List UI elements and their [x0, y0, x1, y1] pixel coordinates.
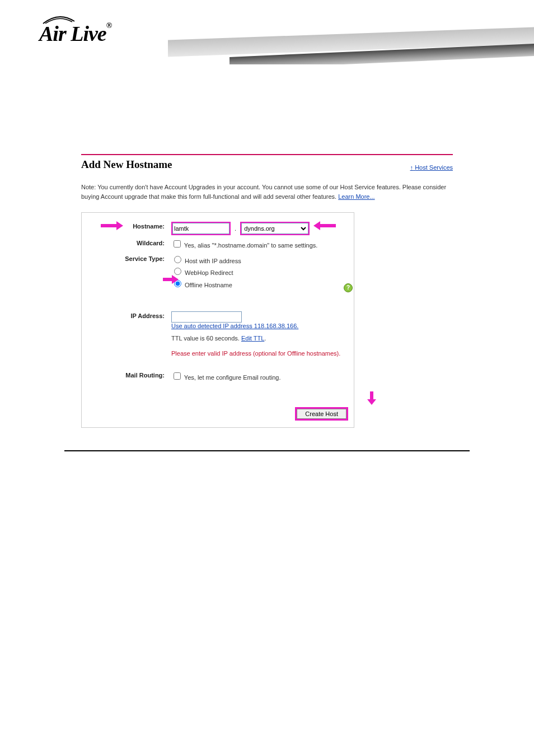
create-host-button[interactable]: Create Host	[297, 409, 346, 419]
edit-ttl-link[interactable]: Edit TTL	[241, 335, 264, 342]
hostname-label: Hostname:	[87, 222, 171, 230]
service-host-ip-text: Host with IP address	[185, 258, 241, 264]
ttl-suffix: .	[264, 335, 266, 342]
mail-routing-label: Mail Routing:	[87, 371, 171, 379]
host-services-link[interactable]: ↑ Host Services	[410, 164, 453, 171]
mail-routing-row: Mail Routing: Yes, let me configure Emai…	[87, 371, 348, 383]
footer-divider	[64, 450, 470, 451]
help-icon[interactable]: ?	[344, 283, 353, 292]
hostname-input[interactable]	[172, 223, 229, 234]
domain-select[interactable]: dyndns.org	[241, 223, 308, 234]
ip-warning-text: Please enter valid IP address (optional …	[171, 349, 348, 358]
mail-routing-checkbox[interactable]	[174, 372, 181, 380]
auto-ip-link[interactable]: Use auto detected IP address 118.168.38.…	[171, 323, 298, 329]
up-arrow-icon: ↑	[410, 164, 414, 171]
service-offline-text: Offline Hostname	[185, 282, 232, 288]
hostname-row: Hostname: . dyndns.org	[87, 222, 348, 235]
brand-logo: Air Live®	[39, 21, 111, 46]
wildcard-checkbox[interactable]	[174, 240, 181, 248]
ttl-text: TTL value is 60 seconds.	[171, 335, 241, 342]
add-hostname-form: Hostname: . dyndns.org	[81, 212, 354, 428]
wildcard-row: Wildcard: Yes, alias "*.hostname.domain"…	[87, 239, 348, 251]
service-type-row: Service Type: Host with IP address WebHo…	[87, 254, 348, 291]
service-offline-radio[interactable]	[174, 280, 181, 287]
wildcard-label: Wildcard:	[87, 239, 171, 246]
create-host-highlight: Create Host	[295, 407, 348, 421]
service-webhop-radio[interactable]	[174, 268, 181, 275]
domain-highlight: dyndns.org	[240, 222, 310, 235]
service-type-label: Service Type:	[87, 254, 171, 262]
dot-separator: .	[232, 225, 238, 232]
annotation-arrow-down	[367, 391, 376, 405]
ip-address-row: IP Address: Use auto detected IP address…	[87, 311, 348, 358]
upgrade-note: Note: You currently don't have Account U…	[81, 183, 453, 201]
mail-routing-text: Yes, let me configure Email routing.	[184, 374, 281, 381]
learn-more-link[interactable]: Learn More...	[338, 193, 374, 200]
header-banner: Air Live®	[0, 0, 534, 64]
wildcard-text: Yes, alias "*.hostname.domain" to same s…	[184, 242, 318, 249]
ip-address-input[interactable]	[171, 311, 242, 323]
service-webhop-text: WebHop Redirect	[185, 269, 233, 276]
hostname-highlight	[171, 222, 231, 235]
service-host-ip-radio[interactable]	[174, 256, 181, 263]
page-title: Add New Hostname	[81, 158, 172, 171]
ip-address-label: IP Address:	[87, 311, 171, 319]
